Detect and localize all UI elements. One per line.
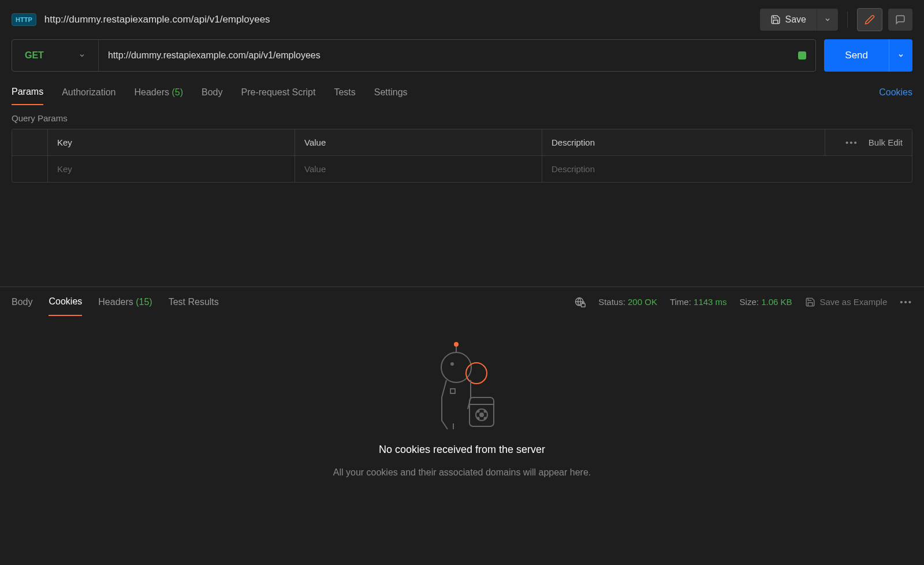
- globe-lock-icon[interactable]: [574, 296, 586, 308]
- request-title: http://dummy.restapiexample.com/api/v1/e…: [44, 14, 752, 25]
- table-options[interactable]: •••: [845, 137, 858, 147]
- empty-subtitle: All your cookies and their associated do…: [333, 467, 591, 478]
- save-icon: [805, 297, 815, 307]
- environment-indicator[interactable]: [798, 51, 806, 60]
- save-label: Save: [785, 14, 806, 25]
- empty-title: No cookies received from the server: [379, 444, 545, 456]
- save-icon: [770, 14, 781, 25]
- svg-point-13: [485, 411, 486, 412]
- svg-point-11: [480, 413, 483, 417]
- svg-point-15: [485, 418, 486, 419]
- status-code: 200: [628, 297, 642, 307]
- send-dropdown[interactable]: [889, 39, 912, 72]
- comments-button[interactable]: [888, 9, 912, 31]
- col-key: Key: [48, 129, 295, 155]
- save-button[interactable]: Save: [760, 9, 817, 31]
- size-value: 1.06 KB: [761, 297, 792, 307]
- time-label: Time:: [670, 297, 691, 307]
- svg-point-14: [478, 418, 479, 419]
- response-tab-cookies[interactable]: Cookies: [49, 288, 82, 316]
- save-dropdown[interactable]: [817, 9, 838, 31]
- size-label: Size:: [740, 297, 759, 307]
- comment-icon: [895, 14, 906, 25]
- time-value: 1143 ms: [694, 297, 727, 307]
- svg-point-12: [478, 411, 479, 412]
- table-header: Key Value Description •••Bulk Edit: [12, 129, 912, 156]
- tab-headers[interactable]: Headers (5): [135, 80, 184, 105]
- response-headers-count: (15): [136, 297, 152, 307]
- status-label: Status:: [598, 297, 625, 307]
- response-tab-body[interactable]: Body: [12, 289, 32, 315]
- description-input[interactable]: [552, 164, 903, 174]
- headers-count: (5): [172, 87, 183, 97]
- chevron-down-icon: [79, 52, 85, 59]
- http-badge: HTTP: [12, 13, 36, 26]
- svg-rect-7: [450, 389, 455, 393]
- tab-body[interactable]: Body: [202, 80, 222, 105]
- response-more-options[interactable]: •••: [900, 297, 912, 307]
- chevron-down-icon: [897, 52, 904, 59]
- chevron-down-icon: [824, 16, 831, 23]
- bulk-edit-button[interactable]: Bulk Edit: [869, 137, 903, 147]
- response-tab-tests[interactable]: Test Results: [169, 289, 219, 315]
- svg-point-5: [451, 363, 453, 365]
- url-input[interactable]: [99, 40, 798, 71]
- col-description: Description: [542, 129, 825, 155]
- svg-rect-1: [582, 303, 586, 307]
- tab-authorization[interactable]: Authorization: [62, 80, 116, 105]
- empty-state: No cookies received from the server All …: [0, 317, 924, 478]
- tab-tests[interactable]: Tests: [334, 80, 355, 105]
- tab-params[interactable]: Params: [12, 80, 43, 105]
- divider: [847, 12, 848, 28]
- request-bar: GET: [12, 39, 816, 72]
- svg-point-2: [454, 342, 459, 347]
- save-as-example-button[interactable]: Save as Example: [805, 297, 888, 307]
- tab-settings[interactable]: Settings: [374, 80, 408, 105]
- response-headers-label: Headers: [98, 297, 133, 307]
- astronaut-icon: [424, 340, 500, 432]
- tab-prerequest[interactable]: Pre-request Script: [241, 80, 315, 105]
- pencil-icon: [865, 14, 875, 25]
- table-row: [12, 156, 912, 182]
- svg-rect-8: [470, 397, 494, 426]
- method-label: GET: [25, 50, 44, 61]
- tab-headers-label: Headers: [135, 87, 169, 97]
- status-text: OK: [644, 297, 657, 307]
- save-as-example-label: Save as Example: [820, 297, 888, 307]
- response-tab-headers[interactable]: Headers (15): [98, 289, 152, 315]
- params-table: Key Value Description •••Bulk Edit: [12, 129, 912, 183]
- edit-button[interactable]: [857, 8, 882, 31]
- cookies-link[interactable]: Cookies: [879, 87, 912, 98]
- send-button[interactable]: Send: [824, 39, 889, 72]
- col-value: Value: [295, 129, 542, 155]
- svg-point-6: [466, 363, 487, 384]
- save-group: Save: [760, 9, 838, 31]
- key-input[interactable]: [57, 164, 285, 174]
- method-selector[interactable]: GET: [12, 40, 99, 71]
- query-params-label: Query Params: [0, 105, 924, 129]
- value-input[interactable]: [304, 164, 532, 174]
